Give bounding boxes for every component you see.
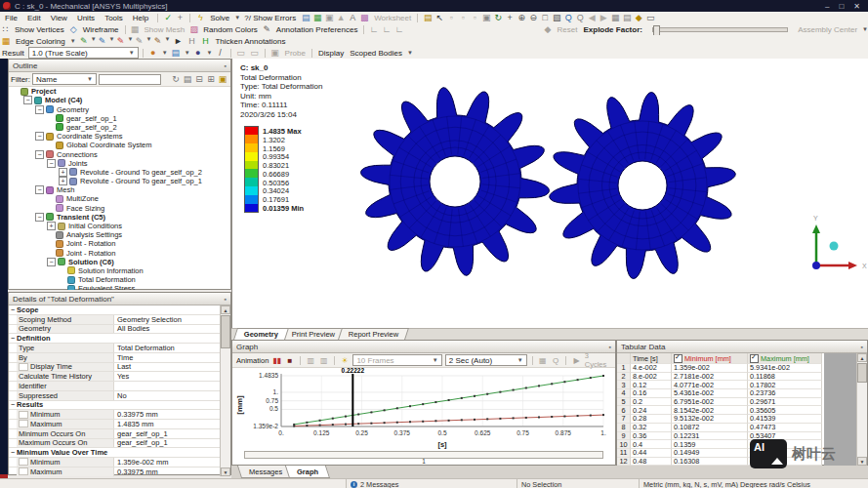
tree-item-solution-information[interactable]: Solution Information [9,266,230,275]
viewport-tab-print-preview[interactable]: Print Preview [281,328,346,340]
select-body-icon[interactable]: ▣ [480,13,492,23]
expander-icon[interactable]: − [35,132,44,141]
edge-type-icon[interactable]: ✎ [134,36,145,47]
tree-item-global-coordinate-system[interactable]: Global Coordinate System [9,141,230,149]
details-row-value[interactable]: gear_self_op_1 [114,429,221,438]
filter-select[interactable]: Name▼ [32,73,97,85]
show-errors-button[interactable]: ?/ Show Errors [242,14,298,22]
expander-icon[interactable]: − [47,258,56,266]
contour-style-icon[interactable]: ● [147,48,159,59]
expander-icon[interactable]: + [47,222,56,230]
index-column-header[interactable] [617,353,631,364]
insert-icon[interactable]: + [174,13,186,23]
explode-factor-slider[interactable] [652,27,788,32]
group-collapse-icon[interactable]: − [9,401,17,408]
edge-direction-icon[interactable]: ✎ [78,36,90,47]
row-checkbox[interactable] [19,420,28,427]
show-mesh-button[interactable]: Show Mesh [142,25,186,34]
pin-icon[interactable]: ▪ [609,344,611,350]
tree-item-multizone[interactable]: MultiZone [9,194,230,203]
details-group-definition[interactable]: −Definition [9,334,221,344]
update-contours-icon[interactable]: ☀ [340,355,350,366]
pin-icon[interactable]: ▪ [225,296,227,303]
select-edge-icon[interactable]: ▫ [457,13,469,23]
close-button[interactable]: ✕ [853,2,860,11]
details-scrollbar[interactable]: ▲ ▼ [220,305,230,476]
gear-body-2[interactable] [550,93,736,279]
frames-select[interactable]: 10 Frames▼ [352,354,441,366]
axis-legend-icon[interactable]: ∟ [393,24,404,35]
solve-dropdown-icon[interactable]: ▼ [234,15,240,20]
tree-item-joint-rotation[interactable]: Joint - Rotation [9,248,230,257]
row-checkbox[interactable] [19,458,28,466]
max-annotation-icon[interactable]: ▭ [235,48,247,59]
find-icon[interactable]: Q [574,13,586,23]
tree-item-total-deformation[interactable]: Total Deformation [9,275,230,284]
tree-item-equivalent-stress[interactable]: Equivalent Stress [9,284,230,290]
tree-item-transient-c5-[interactable]: −Transient (C5) [9,213,230,222]
deformation-graph[interactable]: 1.48351.0.750.51.359e-20.0.1250.250.3750… [232,368,615,450]
worksheet-view-icon[interactable]: ▣ [217,74,228,85]
details-row-value[interactable]: No [114,391,221,400]
maximize-button[interactable]: □ [839,2,844,11]
copy-icon[interactable]: ▣ [323,13,335,23]
assembly-center-dropdown-icon[interactable]: ▼ [862,26,868,32]
tree-item-joint-rotation[interactable]: Joint - Rotation [9,239,230,248]
details-row-value[interactable]: Time [114,353,221,362]
solve-button[interactable]: Solve [208,14,231,22]
row-checkbox[interactable] [19,411,28,419]
wireframe-button[interactable]: Wireframe [81,25,121,34]
triad-control[interactable]: YX [812,215,867,269]
viewport-tab-geometry[interactable]: Geometry [233,328,289,340]
images-icon[interactable]: ▦ [311,13,323,23]
menu-edit[interactable]: Edit [22,14,46,22]
details-row-value[interactable]: 1.4835 mm [114,420,221,428]
geometry-viewport[interactable]: YX C: sk_0 Total Deformation Type: Total… [231,59,868,328]
zoom-out-icon[interactable]: ⊖ [527,13,539,23]
time-column-header[interactable]: Time [s] [631,353,672,364]
expander-icon[interactable]: − [35,150,44,159]
minimum-column-header[interactable]: Minimum [mm] [672,353,748,364]
tree-item-geometry[interactable]: −Geometry [9,104,230,113]
pin-edges-icon[interactable]: ► [172,36,184,47]
details-row-value[interactable]: gear_self_op_1 [114,438,221,447]
random-colors-button[interactable]: Random Colors [201,25,260,34]
thicken-annotations-button[interactable]: Thicken Annotations [213,37,287,46]
next-view-icon[interactable]: ▶ [598,13,609,23]
worksheet-button[interactable]: Worksheet [372,14,413,22]
group-collapse-icon[interactable]: − [9,335,17,342]
details-row-value[interactable]: 1.359e-002 mm [114,458,221,467]
scroll-up-icon[interactable]: ▲ [857,353,867,362]
tree-item-initial-conditions[interactable]: +Initial Conditions [9,222,230,230]
details-row-value[interactable]: Last [114,362,221,371]
annotation-preferences-button[interactable]: Annotation Preferences [274,25,360,34]
expander-icon[interactable]: − [23,96,32,104]
tree-item-model-c4-[interactable]: −Model (C4) [9,96,230,104]
gear-body-1[interactable] [361,88,550,276]
details-row-value[interactable]: Total Deformation [114,344,221,352]
show-vertices-button[interactable]: Show Vertices [13,25,66,34]
zoom-in-icon[interactable]: ⊕ [516,13,527,23]
maximum-column-header[interactable]: Maximum [mm] [748,353,822,364]
tree-item-revolute-ground-to-gear-self-op-2[interactable]: +Revolute - Ground To gear_self_op_2 [9,168,230,177]
scoped-bodies-dropdown-icon[interactable]: ▼ [407,50,413,56]
unit-grid-icon[interactable]: ▩ [358,13,370,23]
messages-status[interactable]: i 2 Messages [347,479,517,488]
expander-icon[interactable]: − [35,105,44,114]
edge-connection-icon[interactable]: ✎ [97,36,108,47]
pin-icon[interactable]: ▪ [225,62,227,69]
tools-icon[interactable]: ▤ [300,13,311,23]
pause-button[interactable]: ▮▮ [271,355,281,366]
reset-button[interactable]: Reset [556,25,580,34]
edge-thickness-icon[interactable]: ✎ [115,36,127,47]
export-icon[interactable]: ▲ [335,13,347,23]
menu-tools[interactable]: Tools [100,14,128,22]
tree-item-project[interactable]: Project [9,87,230,96]
pan-icon[interactable]: + [504,13,516,23]
viewport-tab-report-preview[interactable]: Report Preview [338,328,409,340]
edge-coloring-button[interactable]: Edge Coloring [14,37,67,46]
row-checkbox[interactable] [19,468,28,475]
select-face-icon[interactable]: ▫ [469,13,480,23]
pin-icon[interactable]: ▪ [861,344,863,350]
scoped-bodies-select[interactable]: Scoped Bodies [348,49,404,58]
